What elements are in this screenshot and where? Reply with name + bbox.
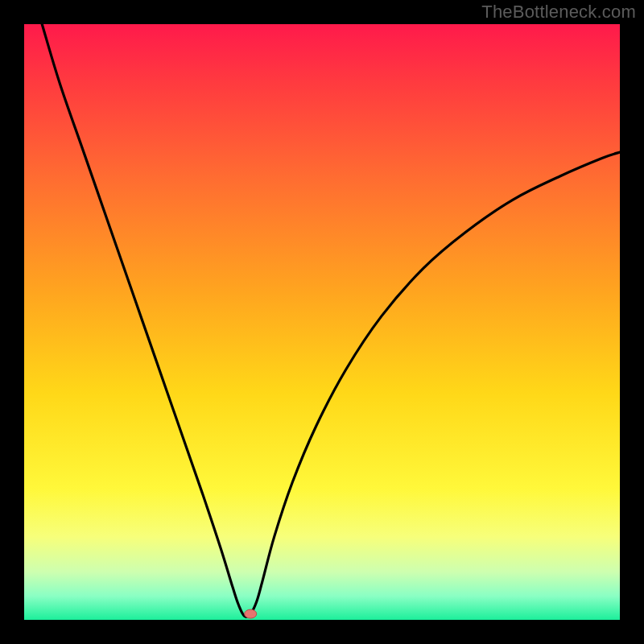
gradient-background bbox=[24, 24, 620, 620]
chart-frame: TheBottleneck.com bbox=[0, 0, 644, 644]
minimum-marker bbox=[245, 609, 257, 618]
plot-area bbox=[24, 24, 620, 620]
chart-svg bbox=[24, 24, 620, 620]
attribution-text: TheBottleneck.com bbox=[481, 2, 636, 23]
